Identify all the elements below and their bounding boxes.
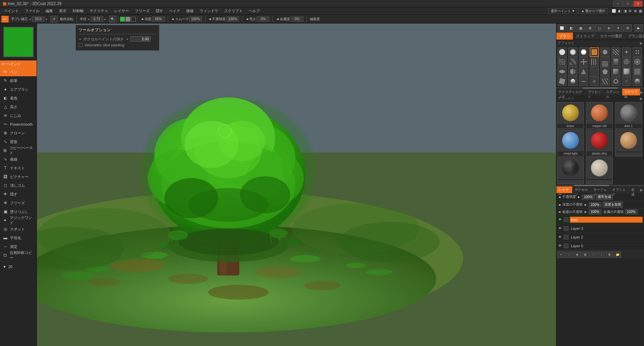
menu-help[interactable]: ヘルプ	[246, 8, 262, 14]
tab-surface[interactable]: サーフェイ	[591, 186, 610, 193]
menu-symmetry[interactable]: 対称軸	[70, 8, 86, 14]
opacity-arrow-left[interactable]: ◄	[208, 17, 212, 21]
layer-opacity-arrow[interactable]: ◄	[558, 195, 561, 199]
layer-eye-icon-tree[interactable]: 👁	[558, 217, 562, 222]
layer-folder-btn[interactable]: 📁	[614, 252, 621, 258]
top-icon-1[interactable]: ⬜	[612, 9, 616, 13]
layer-lock-icon-tree[interactable]	[564, 217, 568, 222]
roughness-arrow[interactable]: ◄	[558, 210, 561, 214]
smooth-value[interactable]: 100%	[189, 16, 202, 21]
menu-paint[interactable]: ペイント	[1, 8, 21, 14]
tab-layers[interactable]: レイヤー	[556, 186, 573, 193]
top-icon-5[interactable]: ⊞	[634, 9, 637, 13]
layer-down-btn[interactable]: ↓	[598, 252, 605, 258]
layer-item-2[interactable]: 👁 Layer 2	[556, 233, 644, 242]
layer-lock-icon-3[interactable]	[564, 226, 568, 231]
menu-bake[interactable]: ベイク	[166, 8, 183, 14]
menu-edit[interactable]: 編集	[43, 8, 56, 14]
brush-cell-11[interactable]	[579, 57, 588, 67]
tool-flatten[interactable]: ▬ 平坦化	[0, 233, 37, 242]
brush-cell-12[interactable]	[590, 57, 599, 67]
brush-cell-20[interactable]	[590, 67, 599, 76]
brush-cell-4[interactable]	[590, 47, 599, 57]
roughness-arrow-r[interactable]: ►	[584, 210, 587, 214]
layer-opacity-value[interactable]: 100%	[582, 194, 595, 200]
opacity-control[interactable]: ◄ 不透明度 100%	[207, 16, 241, 22]
layer-lock-icon-0[interactable]	[564, 244, 568, 248]
viewport-icon-5[interactable]: ◻	[595, 24, 604, 32]
metal-control[interactable]: ◄ 金属度 0%	[275, 16, 305, 22]
tool-transform[interactable]: ⤡ 変形	[0, 137, 37, 146]
roughness-value[interactable]: 0%	[257, 16, 269, 21]
tool-fill[interactable]: ▣ 塗りつぶし	[0, 207, 37, 216]
viewport[interactable]: ツールオプション ボクセルペイントの深さ Volumetric slice pa…	[37, 24, 556, 346]
tool-sym-copy[interactable]: ⊡ 位相対称コピー	[0, 251, 37, 260]
metal-arrow-left[interactable]: ◄	[276, 17, 279, 21]
action-reverse-btn[interactable]: ↺	[50, 16, 58, 23]
depth-left-arrow[interactable]	[79, 38, 81, 41]
arrow-right-icon[interactable]: ▶	[634, 24, 643, 32]
tool-measure[interactable]: ↔ 測定	[0, 242, 37, 251]
tool-tint[interactable]: ◐ 着色	[0, 94, 37, 102]
tool-eraser[interactable]: ◻ 消しゴム	[0, 181, 37, 190]
brush-cell-13[interactable]	[600, 57, 610, 67]
mat-tabs-arrow[interactable]: ▶	[640, 90, 643, 94]
brush-cell-22[interactable]	[611, 67, 621, 76]
layer-name-tree[interactable]	[570, 217, 643, 223]
tool-magic-wand[interactable]: ✦ マジックワンド	[0, 216, 37, 225]
pen-tool-icon[interactable]: ✏	[1, 16, 9, 23]
roughness-layer-value[interactable]: 100%	[589, 209, 601, 214]
tab-composite[interactable]: 合成	[629, 186, 639, 193]
depth-opacity-value[interactable]: 100%	[589, 202, 601, 207]
layer-eye-icon-3[interactable]: 👁	[558, 226, 562, 231]
material-plastic-dirty[interactable]: plastic dirty	[586, 130, 613, 157]
viewport-icon-3[interactable]: ▦	[576, 24, 585, 32]
brush-cell-23[interactable]	[622, 67, 631, 76]
brush-cell-24[interactable]	[633, 67, 642, 76]
roughness-control[interactable]: ◄ 荒さ 0%	[244, 16, 271, 22]
smooth-arrow-left[interactable]: ◄	[171, 17, 175, 21]
brush-cell-19[interactable]	[579, 67, 588, 76]
hand-corr-value[interactable]: 15.0	[32, 16, 45, 21]
menu-freeze[interactable]: フリーズ	[132, 8, 152, 14]
menu-view[interactable]: 表示	[56, 8, 69, 14]
brush-cell-17[interactable]	[557, 67, 567, 76]
material-dust1[interactable]: dust 1	[615, 102, 642, 129]
material-arrow[interactable]: ▶	[640, 97, 643, 100]
layer-item-0[interactable]: 👁 Layer 0	[556, 242, 644, 250]
brush-cell-25[interactable]	[557, 77, 567, 86]
smooth-control[interactable]: ◄ スムーズ 100%	[170, 16, 203, 22]
close-button[interactable]: ✕	[633, 1, 643, 7]
top-icon-6[interactable]: ▦	[639, 9, 642, 13]
depth-control[interactable]: ◄ 深度 66%	[139, 16, 166, 22]
viewport-icon-2[interactable]: ◧	[567, 24, 576, 32]
brush-cell-18[interactable]	[568, 67, 578, 76]
brush-cell-27[interactable]	[579, 77, 588, 86]
vol-slice-checkbox[interactable]	[79, 43, 83, 47]
brush-cell-8[interactable]	[633, 47, 642, 57]
brush-cell-5[interactable]	[600, 47, 610, 57]
minimize-button[interactable]: ─	[613, 1, 623, 7]
brush-default-arrow[interactable]: ▶	[640, 41, 643, 45]
active-color-preview[interactable]	[3, 27, 34, 57]
brush-scroll-thumb[interactable]	[583, 87, 617, 89]
radius-right[interactable]	[104, 17, 107, 21]
layer-merge-btn[interactable]: ⊞	[582, 252, 589, 258]
brush-cell-21[interactable]	[600, 67, 610, 76]
top-icon-2[interactable]: ◧	[618, 9, 621, 13]
layer-settings-btn[interactable]: ⚙	[606, 252, 613, 258]
radius-left[interactable]	[87, 17, 90, 21]
depth-blend-mode[interactable]: 深度を加算	[603, 202, 623, 208]
material-brass[interactable]: brass	[557, 102, 584, 129]
viewport-icon-1[interactable]: ⬜	[557, 24, 566, 32]
brush-cell-10[interactable]	[568, 57, 578, 67]
brush-cell-28[interactable]: ✳	[590, 77, 599, 86]
layer-eye-icon-0[interactable]: 👁	[558, 244, 562, 248]
viewport-icon-6[interactable]: ⊕	[604, 24, 613, 32]
roughness-arrow-left[interactable]: ◄	[245, 17, 249, 21]
brush-cell-7[interactable]: ✦	[622, 47, 631, 57]
tab-texture-editor[interactable]: テクスチャエディタ	[556, 89, 586, 95]
tool-text[interactable]: T テキスト	[0, 164, 37, 172]
layer-add-btn[interactable]: +	[557, 252, 565, 258]
tool-clone[interactable]: ⊕ クローン	[0, 129, 37, 137]
